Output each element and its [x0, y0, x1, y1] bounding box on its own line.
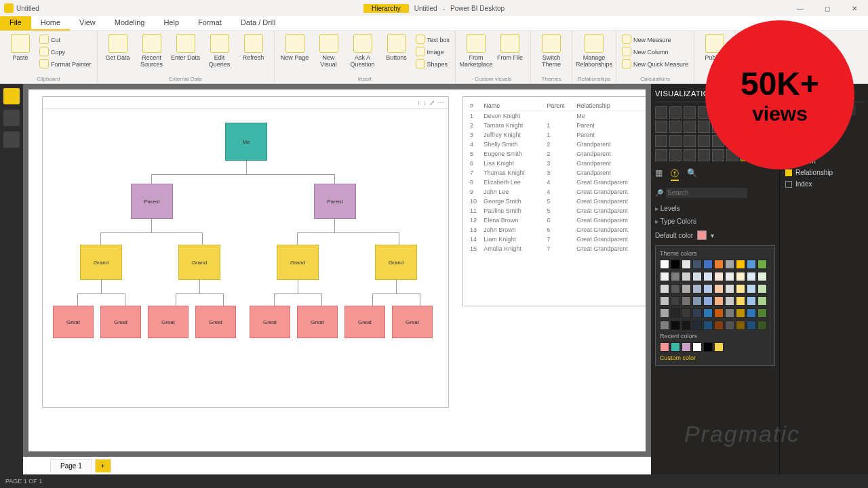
color-swatch[interactable] [714, 284, 724, 293]
tree-node[interactable]: Me [225, 123, 267, 161]
color-swatch[interactable] [682, 272, 691, 281]
viz-type-2[interactable] [684, 106, 696, 119]
color-swatch[interactable] [725, 284, 734, 293]
viz-type-10[interactable] [684, 121, 696, 133]
page-tab-1[interactable]: Page 1 [50, 459, 92, 472]
tab-help[interactable]: Help [154, 16, 189, 30]
viz-type-1[interactable] [669, 106, 682, 119]
viz-type-27[interactable] [698, 149, 710, 161]
format-tab-icon[interactable]: ⓕ [671, 168, 679, 181]
ask-question-button[interactable]: Ask A Question [348, 34, 378, 68]
color-swatch[interactable] [714, 272, 724, 281]
tree-node[interactable]: Parent [314, 184, 356, 219]
copy-button[interactable]: Copy [39, 47, 65, 58]
drill-down-icon[interactable]: ↓ [423, 99, 427, 106]
tree-node[interactable]: Great [195, 306, 236, 338]
color-swatch[interactable] [736, 308, 745, 318]
color-swatch[interactable] [703, 272, 713, 281]
manage-relationships-button[interactable]: Manage Relationships [579, 34, 609, 68]
new-visual-button[interactable]: New Visual [314, 34, 344, 68]
model-view-button[interactable] [3, 131, 20, 148]
close-button[interactable]: ✕ [841, 0, 868, 16]
color-swatch[interactable] [671, 342, 680, 352]
text-box-button[interactable]: Text box [416, 35, 450, 45]
color-swatch[interactable] [671, 321, 680, 330]
viz-type-11[interactable] [698, 121, 710, 133]
table-row[interactable]: 5Eugene Smith2Grandparent [469, 149, 646, 159]
from-file-button[interactable]: From File [495, 34, 525, 61]
tab-modeling[interactable]: Modeling [105, 16, 155, 30]
default-color-swatch[interactable] [697, 230, 707, 240]
color-swatch[interactable] [747, 296, 756, 306]
color-swatch[interactable] [682, 260, 691, 269]
color-swatch[interactable] [671, 260, 680, 269]
color-swatch[interactable] [757, 308, 767, 318]
color-swatch[interactable] [692, 260, 702, 269]
data-view-button[interactable] [3, 110, 20, 126]
color-swatch[interactable] [725, 260, 734, 269]
image-button[interactable]: Image [416, 47, 444, 58]
new-page-button[interactable]: New Page [280, 34, 310, 61]
viz-type-18[interactable] [684, 135, 696, 147]
report-view-button[interactable] [3, 88, 20, 104]
viz-type-0[interactable] [655, 106, 667, 119]
field-checkbox[interactable] [785, 181, 792, 188]
color-swatch[interactable] [682, 284, 691, 293]
table-visual[interactable]: #NameParentRelationship 1Devon KnightMe2… [462, 96, 646, 306]
color-swatch[interactable] [703, 342, 713, 352]
file-tab[interactable]: File [0, 16, 31, 30]
viz-type-24[interactable] [655, 149, 667, 161]
color-swatch[interactable] [747, 260, 756, 269]
table-row[interactable]: 4Shelly Smith2Grandparent [469, 140, 646, 149]
table-row[interactable]: 8Elizabeth Lee4Great Grandparent [469, 178, 646, 187]
color-swatch[interactable] [682, 321, 691, 330]
color-swatch[interactable] [736, 272, 745, 281]
color-swatch[interactable] [747, 272, 756, 281]
color-swatch[interactable] [747, 284, 756, 293]
color-swatch[interactable] [736, 284, 745, 293]
color-swatch[interactable] [671, 284, 680, 293]
color-swatch[interactable] [736, 321, 745, 330]
cut-button[interactable]: Cut [39, 35, 60, 45]
color-swatch[interactable] [660, 296, 669, 306]
viz-type-28[interactable] [712, 149, 724, 161]
tree-node[interactable]: Great [250, 306, 290, 338]
color-swatch[interactable] [714, 321, 724, 330]
color-swatch[interactable] [725, 272, 734, 281]
refresh-button[interactable]: Refresh [239, 34, 269, 61]
buttons-button[interactable]: Buttons [382, 34, 412, 61]
color-swatch[interactable] [703, 260, 713, 269]
drill-up-icon[interactable]: ↑ [417, 99, 420, 106]
viz-type-9[interactable] [669, 121, 682, 133]
color-swatch[interactable] [671, 296, 680, 306]
table-row[interactable]: 11Pauline Smith5Great Grandparent [469, 206, 646, 216]
color-swatch[interactable] [692, 284, 702, 293]
edit-queries-button[interactable]: Edit Queries [205, 34, 235, 68]
table-header[interactable]: # [469, 101, 482, 111]
recent-sources-button[interactable]: Recent Sources [137, 34, 167, 68]
color-swatch[interactable] [682, 296, 691, 306]
color-swatch[interactable] [692, 321, 702, 330]
color-swatch[interactable] [660, 308, 669, 318]
color-swatch[interactable] [703, 321, 713, 330]
viz-type-8[interactable] [655, 121, 667, 133]
field-checkbox[interactable] [785, 169, 792, 176]
tree-node[interactable]: Great [100, 306, 141, 338]
color-swatch[interactable] [714, 260, 724, 269]
add-page-button[interactable]: + [95, 459, 111, 472]
color-swatch[interactable] [714, 296, 724, 306]
color-swatch[interactable] [692, 272, 702, 281]
table-header[interactable]: Parent [545, 101, 575, 111]
color-swatch[interactable] [671, 308, 680, 318]
color-swatch[interactable] [692, 308, 702, 318]
viz-type-26[interactable] [684, 149, 696, 161]
field-item[interactable]: Relationship [784, 167, 864, 178]
tree-node[interactable]: Grand [178, 245, 220, 280]
tab-format[interactable]: Format [189, 16, 231, 30]
switch-theme-button[interactable]: Switch Theme [536, 34, 566, 68]
color-swatch[interactable] [757, 296, 767, 306]
new-measure-button[interactable]: New Measure [622, 35, 671, 45]
tree-node[interactable]: Grand [80, 245, 122, 280]
table-row[interactable]: 9John Lee4Great Grandparent [469, 187, 646, 197]
table-row[interactable]: 6Lisa Knight3Grandparent [469, 159, 646, 168]
